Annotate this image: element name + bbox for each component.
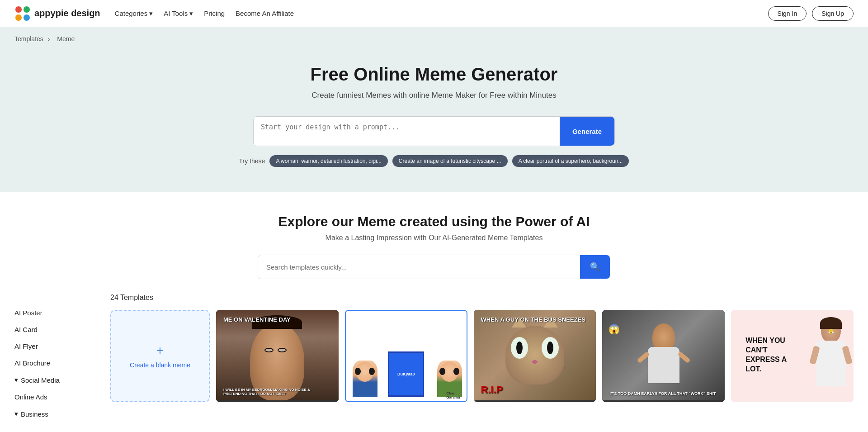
search-icon: 🔍 [590, 262, 600, 271]
navbar-left: appypie design Categories ▾ AI Tools ▾ P… [14, 5, 294, 22]
try-chip-2[interactable]: A clear portrait of a superhero, backgro… [512, 155, 629, 167]
brand-name: appypie design [34, 8, 100, 19]
prompt-input[interactable] [254, 117, 560, 146]
navbar-right: Sign In Sign Up [768, 6, 854, 21]
logo[interactable]: appypie design [14, 5, 100, 22]
breadcrumb-current: Meme [57, 35, 75, 43]
explore-subtitle: Make a Lasting Impression with Our AI-Ge… [14, 234, 854, 242]
sidebar-item-online-ads[interactable]: Online Ads [14, 389, 96, 405]
meme-bottom-text-2: R.I.P [477, 381, 593, 399]
search-button[interactable]: 🔍 [580, 255, 610, 279]
svg-point-0 [15, 6, 22, 13]
explore-section: Explore our Meme created using the Power… [0, 192, 868, 279]
create-blank-plus-icon: + [156, 343, 164, 358]
sidebar-item-ai-brochure[interactable]: AI Brochure [14, 355, 96, 371]
social-media-chevron-icon: ▾ [14, 376, 18, 384]
hero-section: Free Online Meme Generator Create funnie… [0, 43, 868, 192]
signup-button[interactable]: Sign Up [812, 6, 854, 21]
templates-area: 24 Templates + Create a blank meme [110, 294, 854, 423]
create-blank-card[interactable]: + Create a blank meme [110, 310, 210, 402]
meme-top-text-0: ME ON VALENTINE DAY [220, 313, 335, 326]
try-these-label: Try these [239, 157, 265, 165]
signin-button[interactable]: Sign In [768, 6, 807, 21]
explore-title: Explore our Meme created using the Power… [14, 214, 854, 229]
try-chip-1[interactable]: Create an image of a futuristic cityscap… [392, 155, 508, 167]
meme-bottom-text-0: I will be in my bedroom, making no noise… [220, 385, 335, 399]
svg-point-2 [15, 14, 22, 21]
try-these-container: Try these A woman, warrior, detailed ill… [14, 155, 854, 167]
pink-meme-content: WHEN YOU CAN'T EXPRESS A LOT. [731, 310, 854, 400]
cant-express-text: WHEN YOU CAN'T EXPRESS A LOT. [736, 327, 803, 383]
breadcrumb-templates-link[interactable]: Templates [14, 35, 43, 43]
meme-card-3[interactable]: 😱 IT'S TOO DAMN EARLY!! FOR ALL THAT "WO… [602, 310, 725, 402]
meme-card-1[interactable]: DuKyaa0 CharGaramu [345, 310, 467, 402]
business-chevron-icon: ▾ [14, 410, 18, 418]
breadcrumb: Templates › Meme [0, 27, 868, 43]
sidebar: AI Poster AI Card AI Flyer AI Brochure ▾… [14, 294, 96, 423]
sidebar-item-social-media[interactable]: ▾ Social Media [14, 371, 96, 389]
categories-dropdown-icon: ▾ [149, 9, 153, 18]
navbar: appypie design Categories ▾ AI Tools ▾ P… [0, 0, 868, 27]
hero-title: Free Online Meme Generator [14, 64, 854, 85]
sidebar-item-ai-card[interactable]: AI Card [14, 321, 96, 338]
svg-point-3 [24, 14, 30, 21]
main-content: AI Poster AI Card AI Flyer AI Brochure ▾… [0, 294, 868, 432]
meme-top-text-2: WHEN A GUY ON THE BUS SNEEZES [477, 313, 593, 326]
nav-categories[interactable]: Categories ▾ [115, 9, 153, 18]
meme-card-0[interactable]: ME ON VALENTINE DAY I will be in my bedr… [216, 310, 339, 402]
templates-grid: + Create a blank meme ME ON VA [110, 310, 854, 402]
meme-card-4[interactable]: WHEN YOU CAN'T EXPRESS A LOT. [731, 310, 854, 402]
nav-links: Categories ▾ AI Tools ▾ Pricing Become A… [115, 9, 294, 18]
sidebar-item-ai-flyer[interactable]: AI Flyer [14, 338, 96, 355]
prompt-container: Generate [253, 116, 615, 146]
logo-icon [14, 5, 31, 22]
generate-button[interactable]: Generate [560, 117, 614, 146]
nav-pricing[interactable]: Pricing [204, 9, 225, 17]
svg-point-1 [24, 6, 30, 13]
search-bar: 🔍 [258, 255, 610, 279]
try-chip-0[interactable]: A woman, warrior, detailed illustration,… [269, 155, 387, 167]
nav-affiliate[interactable]: Become An Affiliate [236, 9, 294, 17]
nav-ai-tools[interactable]: AI Tools ▾ [164, 9, 193, 18]
hero-subtitle: Create funniest Memes with online Meme M… [14, 91, 854, 100]
meme-card-2[interactable]: WHEN A GUY ON THE BUS SNEEZES R.I.P [474, 310, 596, 402]
search-input[interactable] [258, 257, 580, 277]
templates-count: 24 Templates [110, 294, 854, 302]
ai-tools-dropdown-icon: ▾ [189, 9, 193, 18]
sidebar-item-ai-poster[interactable]: AI Poster [14, 304, 96, 321]
sidebar-item-business[interactable]: ▾ Business [14, 405, 96, 423]
breadcrumb-separator: › [48, 35, 50, 43]
create-blank-label: Create a blank meme [130, 361, 190, 369]
meme-bottom-text-3: IT'S TOO DAMN EARLY!! FOR ALL THAT "WORK… [606, 389, 721, 399]
